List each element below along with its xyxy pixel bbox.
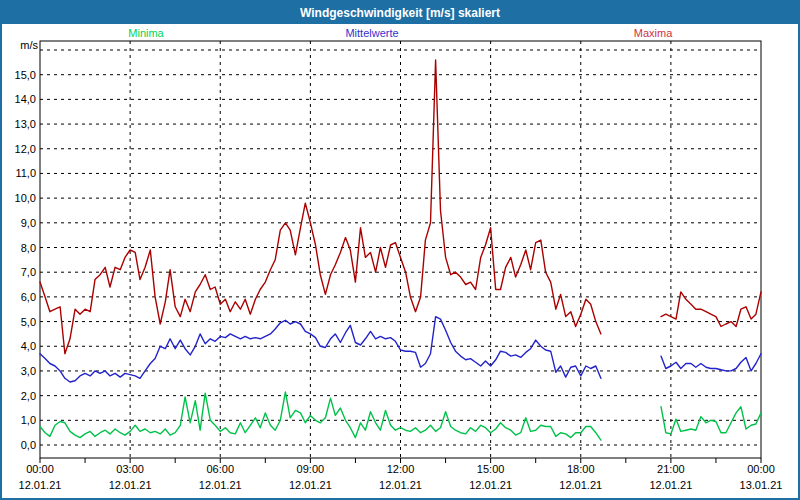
x-time-label: 12:00 (387, 463, 415, 475)
x-time-label: 09:00 (297, 463, 325, 475)
x-time-label: 21:00 (657, 463, 685, 475)
y-tick-label: 2,0 (21, 390, 36, 402)
x-date-label: 13.01.21 (740, 479, 783, 491)
x-date-label: 12.01.21 (19, 479, 62, 491)
y-tick-label: 0,0 (21, 439, 36, 451)
y-tick-label: 13,0 (15, 118, 36, 130)
chart-window: Windgeschwindigkeit [m/s] skaliert Minim… (0, 0, 800, 500)
x-date-label: 12.01.21 (109, 479, 152, 491)
y-tick-label: 10,0 (15, 192, 36, 204)
x-time-label: 06:00 (206, 463, 234, 475)
y-tick-label: 3,0 (21, 365, 36, 377)
x-date-label: 12.01.21 (379, 479, 422, 491)
plot-border (40, 41, 761, 458)
x-date-label: 12.01.21 (289, 479, 332, 491)
x-date-label: 12.01.21 (199, 479, 242, 491)
x-time-label: 03:00 (116, 463, 144, 475)
x-date-label: 12.01.21 (649, 479, 692, 491)
x-time-label: 15:00 (477, 463, 505, 475)
y-tick-label: 12,0 (15, 143, 36, 155)
y-tick-label: 8,0 (21, 242, 36, 254)
y-tick-label: 9,0 (21, 217, 36, 229)
wind-speed-line-chart: 0,01,02,03,04,05,06,07,08,09,010,011,012… (2, 2, 798, 498)
x-date-label: 12.01.21 (469, 479, 512, 491)
y-tick-label: 15,0 (15, 69, 36, 81)
y-tick-label: 11,0 (15, 167, 36, 179)
y-tick-label: 14,0 (15, 93, 36, 105)
x-date-label: 12.01.21 (559, 479, 602, 491)
y-tick-label: 6,0 (21, 291, 36, 303)
x-time-label: 00:00 (26, 463, 54, 475)
y-tick-label: 1,0 (21, 414, 36, 426)
x-time-label: 00:00 (747, 463, 775, 475)
y-tick-label: 7,0 (21, 266, 36, 278)
y-tick-label: 5,0 (21, 316, 36, 328)
x-time-label: 18:00 (567, 463, 595, 475)
y-tick-label: 4,0 (21, 340, 36, 352)
